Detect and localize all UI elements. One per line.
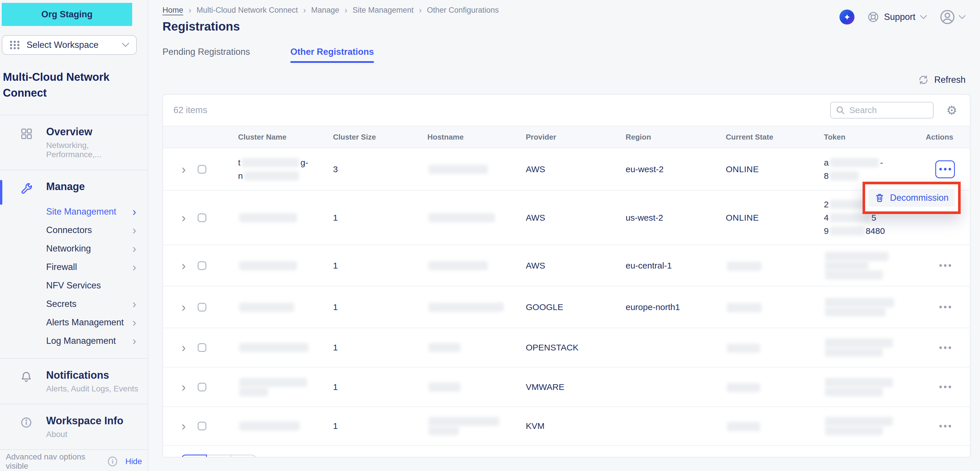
cell-line: 98480: [824, 224, 926, 238]
app-root: Org Staging Select Workspace Multi-Cloud…: [0, 0, 980, 471]
breadcrumb-item[interactable]: Home: [162, 6, 183, 15]
gear-icon[interactable]: ⚙: [946, 103, 957, 117]
support-menu[interactable]: Support: [867, 11, 927, 23]
cell-line: a-: [824, 156, 926, 169]
column-header-cluster-name: Cluster Name: [238, 133, 333, 142]
sidebar-item-overview[interactable]: Overview Networking, Performance,...: [0, 124, 148, 162]
dot-icon: [939, 425, 942, 427]
cell-line: [824, 252, 926, 261]
ai-assistant-icon[interactable]: ✦: [840, 10, 854, 24]
actions-cell: [926, 417, 970, 435]
cell-line: [427, 261, 526, 270]
dot-icon: [944, 168, 947, 170]
checkbox-cell: [198, 213, 238, 222]
refresh-button[interactable]: Refresh: [918, 75, 966, 86]
breadcrumb-item[interactable]: Manage: [311, 6, 339, 15]
chevron-right-icon: ›: [132, 224, 136, 236]
row-actions-button[interactable]: [935, 298, 955, 316]
breadcrumb-item[interactable]: Other Configurations: [427, 6, 499, 15]
cell-text: n: [238, 169, 243, 182]
row-actions-button[interactable]: [935, 160, 955, 178]
expand-row-chevron-icon[interactable]: ›: [181, 381, 198, 393]
redacted-text: [428, 417, 499, 426]
expand-row-chevron-icon[interactable]: ›: [181, 163, 198, 176]
cell-line: [427, 213, 526, 222]
actions-cell: [926, 298, 970, 316]
expand-row-chevron-icon[interactable]: ›: [181, 420, 198, 432]
sidebar-item-firewall[interactable]: Firewall›: [0, 258, 148, 276]
tab-other-registrations[interactable]: Other Registrations: [290, 47, 374, 63]
current-state-cell: [726, 381, 824, 394]
row-actions-button[interactable]: [935, 417, 955, 435]
row-checkbox[interactable]: [198, 213, 206, 222]
expand-row-chevron-icon[interactable]: ›: [181, 301, 198, 314]
row-checkbox[interactable]: [198, 422, 206, 430]
redacted-text: [830, 213, 870, 222]
breadcrumb-item[interactable]: Multi-Cloud Network Connect: [197, 6, 298, 15]
row-checkbox[interactable]: [198, 343, 206, 352]
sidebar-item-secrets[interactable]: Secrets›: [0, 295, 148, 313]
row-checkbox[interactable]: [198, 261, 206, 270]
cluster-name-cell: [238, 421, 333, 431]
current-state-cell: [726, 301, 824, 314]
tab-pending-registrations[interactable]: Pending Registrations: [162, 47, 250, 63]
breadcrumb-separator: ›: [303, 5, 306, 15]
avatar-icon: [940, 9, 955, 25]
info-icon: i: [108, 457, 117, 466]
sidebar-item-networking[interactable]: Networking›: [0, 239, 148, 258]
decommission-menu-item[interactable]: Decommission: [869, 189, 955, 207]
pagination-segment-active[interactable]: [181, 455, 207, 457]
cell-line: 8: [824, 169, 926, 182]
row-actions-button[interactable]: [935, 257, 955, 274]
row-checkbox[interactable]: [198, 303, 206, 311]
redacted-text: [239, 261, 297, 270]
cell-line: [238, 213, 333, 222]
row-actions-button[interactable]: [935, 378, 955, 396]
workspace-selector[interactable]: Select Workspace: [2, 35, 137, 55]
row-checkbox[interactable]: [198, 165, 206, 174]
sidebar-item-connectors[interactable]: Connectors›: [0, 221, 148, 239]
sidebar-item-site-management[interactable]: Site Management›: [0, 203, 148, 221]
decommission-label: Decommission: [890, 193, 948, 203]
chevron-right-icon: ›: [132, 317, 136, 328]
redacted-text: [727, 303, 762, 312]
current-state-cell: ONLINE: [726, 163, 824, 176]
redacted-text: [239, 387, 268, 396]
region-cell: eu-west-2: [626, 163, 726, 176]
sidebar-item-label: Overview: [46, 126, 141, 138]
state-value: ONLINE: [726, 213, 759, 222]
row-checkbox[interactable]: [198, 383, 206, 392]
token-cell: [824, 298, 926, 316]
breadcrumb-item[interactable]: Site Management: [353, 6, 414, 15]
sidebar-item-notifications[interactable]: Notifications Alerts, Audit Logs, Events: [0, 367, 148, 396]
overview-grid-icon: [20, 127, 33, 140]
cell-line: [427, 165, 526, 174]
sidebar-item-log-management[interactable]: Log Management›: [0, 332, 148, 350]
pagination-segment[interactable]: [231, 455, 256, 457]
row-actions-button[interactable]: [935, 339, 955, 357]
sidebar-item-subtitle: Alerts, Audit Logs, Events: [46, 384, 138, 393]
expand-row-chevron-icon[interactable]: ›: [181, 211, 198, 224]
redacted-text: [727, 344, 760, 353]
cell-line: [238, 421, 333, 431]
table-row: ›1AWSus-west-2ONLINE2-4598480: [163, 191, 970, 245]
pagination-segment[interactable]: [206, 455, 231, 457]
sidebar-item-nfv-services[interactable]: NFV Services: [0, 276, 148, 295]
redacted-text: [428, 426, 459, 435]
cluster-size-cell: 1: [333, 259, 427, 272]
sidebar-item-alerts-management[interactable]: Alerts Management›: [0, 313, 148, 332]
cell-line: n: [238, 169, 333, 182]
column-header-current-state: Current State: [726, 133, 824, 142]
sidebar-item-manage[interactable]: Manage: [0, 178, 148, 195]
sidebar-item-workspace-info[interactable]: Workspace Info About: [0, 412, 148, 441]
table-toolbar: 62 items ⚙: [163, 95, 970, 126]
provider-cell: VMWARE: [526, 381, 626, 394]
search-input[interactable]: [849, 105, 928, 115]
expand-row-chevron-icon[interactable]: ›: [181, 341, 198, 354]
chevron-right-icon: ›: [132, 261, 136, 273]
search-box: [830, 102, 934, 119]
sidebar-item-label: Connectors: [46, 225, 132, 235]
user-menu[interactable]: [940, 9, 966, 25]
expand-row-chevron-icon[interactable]: ›: [181, 259, 198, 272]
hide-link[interactable]: Hide: [125, 457, 142, 466]
